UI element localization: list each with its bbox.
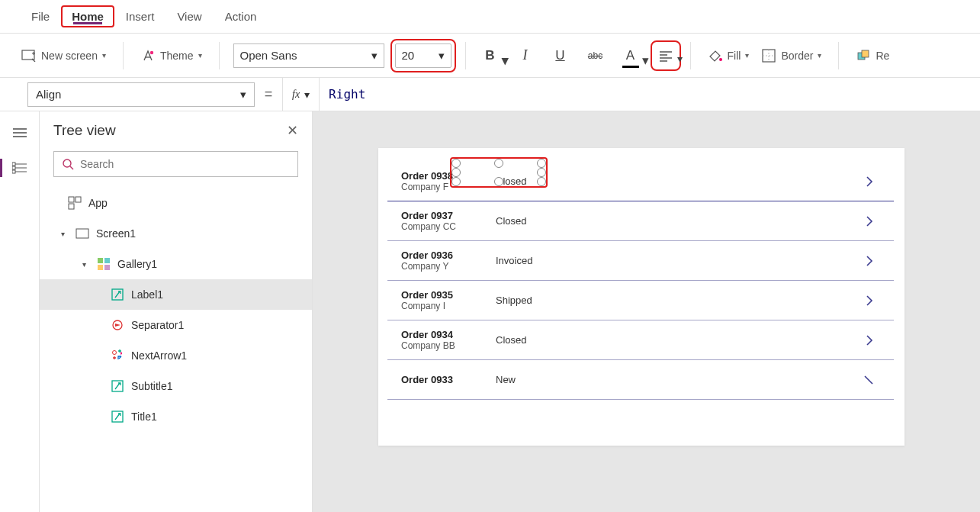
chevron-down-icon: ▾ <box>240 88 246 101</box>
svg-rect-27 <box>98 258 103 263</box>
label-icon <box>110 378 125 394</box>
text-align-button[interactable]: ▾ <box>655 45 676 66</box>
order-subtitle: Company CC <box>401 221 496 232</box>
label-icon <box>110 287 125 302</box>
order-subtitle: Company I <box>401 301 496 311</box>
theme-button[interactable]: Theme ▾ <box>137 45 205 66</box>
tree-node-separator1[interactable]: Separator1 <box>40 310 312 340</box>
separator-icon <box>110 317 125 333</box>
chevron-down-icon: ▾ <box>818 51 821 60</box>
gallery-row[interactable]: Order 0937 Company CC Closed <box>387 201 894 241</box>
fx-button[interactable]: fx ▾ <box>282 78 320 111</box>
svg-rect-26 <box>76 229 88 238</box>
screen-preview[interactable]: Order 0938 Company F Closed Order 0937 C… <box>378 148 904 446</box>
gallery-row[interactable]: Order 0934 Company BB Closed <box>387 320 894 360</box>
svg-rect-0 <box>22 50 34 60</box>
reorder-label: Re <box>876 50 889 62</box>
gallery-row[interactable]: Order 0935 Company I Shipped <box>387 281 894 320</box>
font-color-button[interactable]: A▾ <box>620 45 641 66</box>
search-input[interactable] <box>53 151 298 177</box>
order-subtitle: Company F <box>401 182 496 192</box>
tree-node-screen[interactable]: ▾ Screen1 <box>40 218 312 249</box>
new-screen-button[interactable]: New screen ▾ <box>18 45 109 66</box>
svg-line-22 <box>70 166 73 169</box>
tree-node-title1[interactable]: Title1 <box>40 401 312 432</box>
tree-view-icon[interactable] <box>9 157 31 179</box>
svg-rect-23 <box>69 197 74 202</box>
chevron-right-icon[interactable] <box>865 333 874 347</box>
close-icon[interactable]: ✕ <box>287 122 298 139</box>
svg-rect-29 <box>98 265 103 270</box>
reorder-button[interactable]: Re <box>853 45 892 66</box>
formula-bar: Align ▾ = fx ▾ Right <box>0 78 980 111</box>
fill-label: Fill <box>728 50 741 62</box>
new-screen-icon <box>21 48 37 63</box>
order-subtitle: Company Y <box>401 261 496 272</box>
order-status: Closed <box>496 215 526 227</box>
fill-button[interactable]: Fill ▾ <box>705 45 753 66</box>
bold-button[interactable]: B▾ <box>480 45 501 66</box>
tree-node-subtitle1[interactable]: Subtitle1 <box>40 371 312 401</box>
property-value: Align <box>36 88 61 101</box>
chevron-right-icon[interactable] <box>865 254 874 268</box>
border-label: Border <box>781 50 813 62</box>
order-title: Order 0936 <box>401 250 496 261</box>
search-icon <box>62 158 74 170</box>
search-field[interactable] <box>80 158 290 170</box>
menu-action[interactable]: Action <box>214 4 268 29</box>
gallery-icon <box>96 256 111 272</box>
gallery-row[interactable]: Order 0936 Company Y Invoiced <box>387 241 894 281</box>
align-left-icon <box>658 50 673 62</box>
font-family-value: Open Sans <box>240 49 297 62</box>
svg-point-21 <box>63 159 71 167</box>
app-icon <box>67 195 82 211</box>
order-title: Order 0935 <box>401 289 496 301</box>
label-icon <box>110 409 125 424</box>
border-button[interactable]: Border ▾ <box>758 45 824 66</box>
chevron-right-icon[interactable] <box>863 375 874 385</box>
new-screen-label: New screen <box>41 50 98 62</box>
chevron-right-icon[interactable] <box>865 294 874 308</box>
screen-icon <box>75 226 90 241</box>
property-select[interactable]: Align ▾ <box>27 82 255 107</box>
chevron-down-icon: ▾ <box>371 49 378 63</box>
tree-node-gallery[interactable]: ▾ Gallery1 <box>40 249 312 279</box>
equals-label: = <box>255 86 282 102</box>
svg-rect-14 <box>862 50 869 57</box>
formula-input[interactable]: Right <box>320 87 365 101</box>
menu-file[interactable]: File <box>20 4 61 29</box>
font-family-select[interactable]: Open Sans ▾ <box>233 43 384 68</box>
strikethrough-button[interactable]: abc <box>585 45 606 66</box>
font-size-select[interactable]: 20 ▾ <box>395 43 451 68</box>
menu-view[interactable]: View <box>165 4 213 29</box>
menu-home[interactable]: Home <box>61 5 114 27</box>
chevron-down-icon: ▾ <box>304 89 310 101</box>
underline-button[interactable]: U <box>550 45 571 66</box>
chevron-right-icon[interactable] <box>865 175 874 188</box>
theme-icon <box>140 48 156 63</box>
chevron-down-icon: ▾ <box>502 53 509 69</box>
chevron-down-icon: ▾ <box>439 49 445 63</box>
caret-down-icon: ▾ <box>61 230 69 238</box>
gallery-preview[interactable]: Order 0938 Company F Closed Order 0937 C… <box>378 162 904 400</box>
reorder-icon <box>856 48 871 63</box>
gallery-row[interactable]: Order 0938 Company F Closed <box>387 162 894 201</box>
chevron-down-icon: ▾ <box>198 51 202 60</box>
tree-node-nextarrow1[interactable]: NextArrow1 <box>40 340 312 371</box>
fx-label: fx <box>292 89 300 101</box>
tree-node-label1[interactable]: Label1 <box>40 279 312 310</box>
chevron-right-icon[interactable] <box>865 214 874 228</box>
menu-insert[interactable]: Insert <box>114 4 166 29</box>
hamburger-icon[interactable] <box>9 122 31 143</box>
gallery-row[interactable]: Order 0933 New <box>387 360 894 400</box>
theme-label: Theme <box>160 50 194 62</box>
tree-node-app[interactable]: App <box>40 188 312 218</box>
svg-rect-19 <box>12 166 15 169</box>
text-format-group: B▾ I U abc A▾ ▾ <box>480 45 676 66</box>
svg-rect-18 <box>12 163 15 166</box>
canvas[interactable]: Order 0938 Company F Closed Order 0937 C… <box>313 111 980 512</box>
italic-button[interactable]: I <box>515 45 536 66</box>
order-subtitle: Company BB <box>401 340 496 351</box>
paint-bucket-icon <box>708 48 723 63</box>
nextarrow-icon <box>110 348 125 363</box>
